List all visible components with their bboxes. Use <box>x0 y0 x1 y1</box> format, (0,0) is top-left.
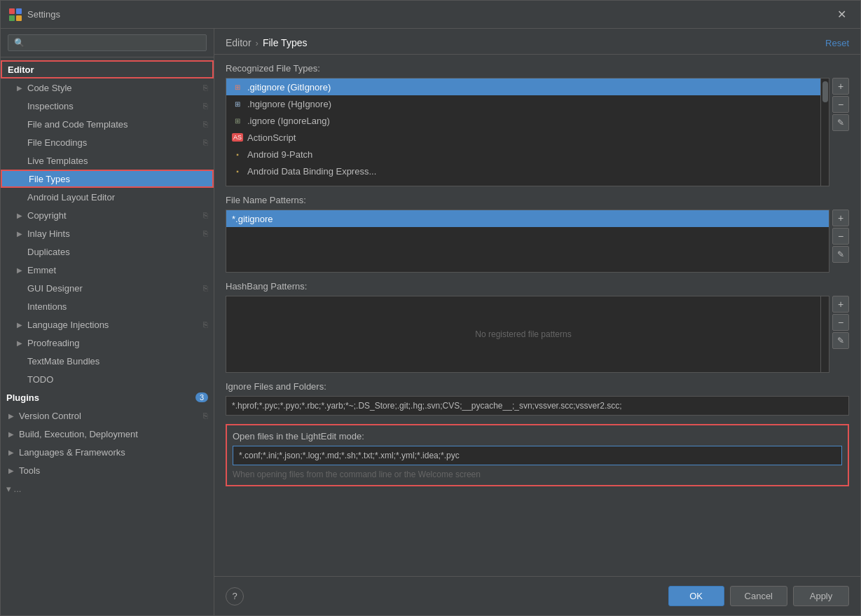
list-item[interactable]: ⊞ .hgignore (HgIgnore) <box>226 95 820 112</box>
sidebar-item-copyright[interactable]: ▶ Copyright ⎘ <box>1 206 214 224</box>
list-item[interactable]: ⊞ .ignore (IgnoreLang) <box>226 112 820 129</box>
sidebar-item-gui-designer[interactable]: GUI Designer ⎘ <box>1 279 214 297</box>
list-item-label: *.gitignore <box>232 214 273 224</box>
title-bar: Settings ✕ <box>1 1 860 29</box>
ignore-files-label: Ignore Files and Folders: <box>226 381 849 392</box>
sidebar-item-textmate-bundles[interactable]: TextMate Bundles <box>1 352 214 370</box>
hashbang-patterns-section: HashBang Patterns: No registered file pa… <box>226 281 849 373</box>
sidebar-item-proofreading[interactable]: ▶ Proofreading <box>1 334 214 352</box>
sidebar-item-editor[interactable]: Editor <box>1 60 214 78</box>
sidebar-label: File and Code Templates <box>27 119 128 130</box>
sidebar-item-inspections[interactable]: Inspections ⎘ <box>1 97 214 115</box>
ok-button[interactable]: OK <box>668 586 724 606</box>
sidebar-item-plugins[interactable]: Plugins 3 <box>1 388 214 406</box>
add-pattern-button[interactable]: + <box>832 210 849 226</box>
sidebar-label: Inlay Hints <box>27 228 70 239</box>
sidebar-label: File Encodings <box>27 137 87 148</box>
ignore-files-section: Ignore Files and Folders: <box>226 381 849 416</box>
right-panel: Editor › File Types Reset Recognized Fil… <box>214 29 860 615</box>
list-item-label: ActionScript <box>247 132 296 143</box>
sidebar-item-intentions[interactable]: Intentions <box>1 297 214 315</box>
list-item-label: .hgignore (HgIgnore) <box>247 99 331 109</box>
add-file-type-button[interactable]: + <box>832 78 849 95</box>
search-box <box>1 29 214 57</box>
sidebar-item-emmet[interactable]: ▶ Emmet <box>1 261 214 279</box>
file-name-patterns-section: File Name Patterns: *.gitignore + − ✎ <box>226 195 849 273</box>
scrollbar-thumb[interactable] <box>822 81 828 102</box>
lightedit-label: Open files in the LightEdit mode: <box>233 431 842 442</box>
sidebar-item-file-types[interactable]: File Types <box>1 170 214 188</box>
app-icon <box>9 8 22 21</box>
add-hashbang-button[interactable]: + <box>832 296 849 313</box>
main-content: Editor ▶ Code Style ⎘ Inspections ⎘ <box>1 29 860 615</box>
sidebar-item-more[interactable]: ▾ ... <box>1 479 214 498</box>
sidebar-item-language-injections[interactable]: ▶ Language Injections ⎘ <box>1 315 214 334</box>
edit-pattern-button[interactable]: ✎ <box>832 246 849 263</box>
close-button[interactable]: ✕ <box>832 5 852 24</box>
list-item-label: Android 9-Patch <box>247 149 312 160</box>
bottom-bar: ? OK Cancel Apply <box>214 576 860 615</box>
panel-body: Recognized File Types: ⊞ .gitignore (Git… <box>214 55 860 576</box>
remove-hashbang-button[interactable]: − <box>832 314 849 331</box>
lightedit-input[interactable] <box>233 446 842 465</box>
window-title: Settings <box>27 9 832 20</box>
list-item[interactable]: ⊞ .gitignore (GitIgnore) <box>226 78 820 95</box>
sidebar-label: Language Injections <box>27 320 109 330</box>
file-name-patterns-container: *.gitignore + − ✎ <box>226 210 849 273</box>
sidebar-item-inlay-hints[interactable]: ▶ Inlay Hints ⎘ <box>1 224 214 242</box>
lightedit-section: Open files in the LightEdit mode: When o… <box>226 424 849 486</box>
sidebar-item-live-templates[interactable]: Live Templates <box>1 151 214 170</box>
file-icon: ⊞ <box>232 115 243 126</box>
svg-rect-1 <box>16 8 22 14</box>
reset-button[interactable]: Reset <box>825 38 849 48</box>
copy-icon: ⎘ <box>203 411 208 420</box>
recognized-file-types-list: ⊞ .gitignore (GitIgnore) ⊞ .hgignore (Hg… <box>226 78 821 186</box>
svg-rect-0 <box>9 8 15 14</box>
search-input[interactable] <box>8 34 207 51</box>
expand-icon: ▶ <box>15 320 25 329</box>
cancel-button[interactable]: Cancel <box>730 586 787 606</box>
sidebar-item-file-code-templates[interactable]: File and Code Templates ⎘ <box>1 115 214 133</box>
ignore-files-input[interactable] <box>226 396 849 416</box>
sidebar-item-file-encodings[interactable]: File Encodings ⎘ <box>1 133 214 151</box>
breadcrumb-current: File Types <box>263 37 308 48</box>
remove-pattern-button[interactable]: − <box>832 228 849 245</box>
list-item-label: .ignore (IgnoreLang) <box>247 116 330 126</box>
sidebar-label: ▾ ... <box>6 484 21 494</box>
sidebar-item-version-control[interactable]: ▶ Version Control ⎘ <box>1 406 214 425</box>
sidebar-label: Intentions <box>27 301 67 312</box>
edit-hashbang-button[interactable]: ✎ <box>832 332 849 349</box>
svg-rect-3 <box>16 15 22 21</box>
list-item[interactable]: *.gitignore <box>226 210 829 227</box>
sidebar-item-build-execution[interactable]: ▶ Build, Execution, Deployment <box>1 425 214 443</box>
copy-icon: ⎘ <box>203 284 208 292</box>
sidebar-label: Live Templates <box>27 156 88 166</box>
copy-icon: ⎘ <box>203 102 208 110</box>
sidebar-label: Version Control <box>19 411 81 421</box>
lightedit-hint: When opening files from the command line… <box>233 470 842 479</box>
sidebar-item-duplicates[interactable]: Duplicates <box>1 242 214 261</box>
remove-file-type-button[interactable]: − <box>832 96 849 113</box>
sidebar-item-tools[interactable]: ▶ Tools <box>1 461 214 479</box>
list-item[interactable]: ▪ Android Data Binding Express... <box>226 163 820 179</box>
file-icon: ⊞ <box>232 98 243 109</box>
hashbang-patterns-container: No registered file patterns + − ✎ <box>226 296 849 373</box>
expand-icon: ▶ <box>6 411 16 420</box>
sidebar: Editor ▶ Code Style ⎘ Inspections ⎘ <box>1 29 214 615</box>
sidebar-label: Emmet <box>27 265 56 275</box>
list-item[interactable]: AS ActionScript <box>226 129 820 146</box>
help-button[interactable]: ? <box>226 587 244 605</box>
sidebar-item-android-layout-editor[interactable]: Android Layout Editor <box>1 188 214 206</box>
hashbang-actions: + − ✎ <box>829 296 849 373</box>
list-item-label: Android Data Binding Express... <box>247 166 376 177</box>
apply-button[interactable]: Apply <box>793 586 849 606</box>
expand-icon: ▶ <box>6 447 16 457</box>
sidebar-item-code-style[interactable]: ▶ Code Style ⎘ <box>1 78 214 97</box>
sidebar-item-todo[interactable]: TODO <box>1 370 214 388</box>
sidebar-label: Copyright <box>27 210 67 221</box>
list-item[interactable]: ▪ Android 9-Patch <box>226 146 820 163</box>
sidebar-item-languages-frameworks[interactable]: ▶ Languages & Frameworks <box>1 443 214 461</box>
sidebar-label: GUI Designer <box>27 283 83 294</box>
edit-file-type-button[interactable]: ✎ <box>832 114 849 131</box>
plugins-label: Plugins <box>6 392 39 403</box>
